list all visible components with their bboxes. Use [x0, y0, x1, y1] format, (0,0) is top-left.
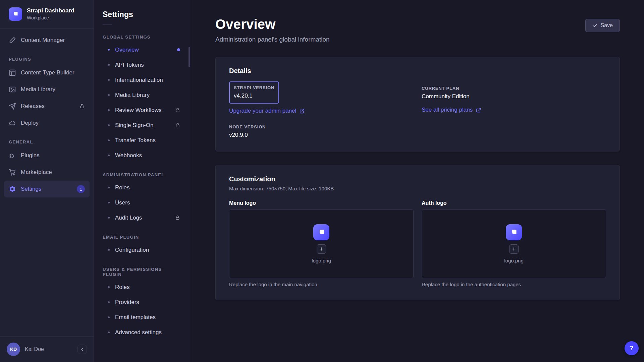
cart-icon	[9, 169, 16, 176]
external-link-icon	[299, 108, 305, 114]
nav-item-settings[interactable]: Settings 1	[4, 181, 90, 197]
upgrade-admin-panel-link[interactable]: Upgrade your admin panel	[229, 108, 305, 114]
nav-item-releases[interactable]: Releases	[4, 98, 90, 115]
user-name: Kai Doe	[25, 346, 44, 352]
bullet-icon	[108, 124, 110, 126]
avatar[interactable]: KD	[7, 343, 20, 356]
nav-item-deploy[interactable]: Deploy	[4, 115, 90, 131]
auth-logo-dropzone[interactable]: logo.png	[422, 209, 606, 278]
subnav-item-label: Configuration	[115, 247, 149, 253]
customization-card-title: Customization	[229, 175, 606, 183]
save-button-label: Save	[601, 22, 613, 28]
workspace-subtitle: Workplace	[27, 15, 74, 20]
cloud-icon	[9, 119, 16, 127]
nav-section-general: GENERAL	[9, 139, 85, 144]
subnav-item-label: Audit Logs	[115, 215, 142, 221]
pricing-plans-link[interactable]: See all pricing plans	[422, 107, 481, 113]
subnav-item-providers[interactable]: Providers	[103, 295, 182, 310]
paper-plane-icon	[9, 103, 16, 110]
workspace-brand[interactable]: Strapi Dashboard Workplace	[0, 0, 94, 28]
user-footer: KD Kai Doe	[0, 336, 94, 362]
menu-logo-dropzone[interactable]: logo.png	[229, 209, 414, 278]
nav-item-label: Plugins	[21, 152, 40, 159]
nav-item-media-library[interactable]: Media Library	[4, 81, 90, 98]
subnav-item-single-sign-on[interactable]: Single Sign-On	[103, 118, 182, 133]
bullet-icon	[108, 155, 110, 156]
subnav-item-webhooks[interactable]: Webhooks	[103, 148, 182, 163]
main-sidebar: Strapi Dashboard Workplace Content Manag…	[0, 0, 94, 362]
upgrade-link-label: Upgrade your admin panel	[229, 108, 296, 114]
nav-item-label: Marketplace	[21, 169, 52, 176]
nav-item-content-type-builder[interactable]: Content-Type Builder	[4, 64, 90, 81]
subnav-item-label: Advanced settings	[115, 329, 162, 336]
add-menu-logo-button[interactable]	[317, 244, 326, 254]
bullet-icon	[108, 139, 110, 141]
strapi-version-field[interactable]: STRAPI VERSION v4.20.1	[229, 81, 279, 104]
nav-item-plugins[interactable]: Plugins	[4, 147, 90, 164]
lock-icon	[79, 104, 85, 109]
subnav-item-api-tokens[interactable]: API Tokens	[103, 57, 182, 72]
bullet-icon	[108, 94, 110, 96]
bullet-icon	[108, 202, 110, 203]
subnav-item-advanced-settings[interactable]: Advanced settings	[103, 325, 182, 340]
node-version-label: NODE VERSION	[229, 124, 414, 129]
node-version-value: v20.9.0	[229, 132, 414, 138]
subnav-item-review-workflows[interactable]: Review Workflows	[103, 103, 182, 118]
menu-logo-caption: Replace the logo in the main navigation	[229, 282, 414, 287]
subnav-group-email-plugin: EMAIL PLUGIN	[103, 235, 182, 240]
subnav-item-email-templates[interactable]: Email templates	[103, 310, 182, 325]
notification-dot-icon	[177, 48, 180, 51]
nav-item-marketplace[interactable]: Marketplace	[4, 164, 90, 181]
divider	[103, 24, 112, 25]
subnav-item-roles-admin[interactable]: Roles	[103, 180, 182, 195]
subnav-group-administration-panel: ADMINISTRATION PANEL	[103, 172, 182, 177]
grid-icon	[9, 69, 16, 76]
nav-item-label: Media Library	[21, 86, 55, 93]
auth-logo-caption: Replace the logo in the authentication p…	[422, 282, 606, 287]
subnav-item-label: Overview	[115, 47, 139, 53]
subnav-scrollbar[interactable]	[189, 47, 190, 67]
nav-item-label: Content-Type Builder	[21, 69, 74, 76]
settings-notification-badge: 1	[77, 185, 85, 193]
customization-card: Customization Max dimension: 750×750, Ma…	[215, 165, 620, 300]
bullet-icon	[108, 331, 110, 333]
nav-item-label: Deploy	[21, 120, 39, 126]
subnav-title: Settings	[103, 10, 182, 19]
bullet-icon	[108, 64, 110, 66]
lock-icon	[175, 123, 180, 128]
subnav-item-transfer-tokens[interactable]: Transfer Tokens	[103, 133, 182, 148]
subnav-item-overview[interactable]: Overview	[103, 42, 182, 57]
settings-subnav: Settings GLOBAL SETTINGS Overview API To…	[94, 0, 191, 362]
help-button[interactable]: ?	[625, 341, 639, 355]
bullet-icon	[108, 79, 110, 81]
strapi-version-value: v4.20.1	[234, 93, 274, 99]
strapi-logo-icon	[506, 224, 522, 240]
save-button[interactable]: Save	[585, 19, 620, 32]
collapse-sidebar-button[interactable]	[77, 345, 87, 354]
subnav-group-global-settings: GLOBAL SETTINGS	[103, 35, 182, 40]
subnav-item-label: Users	[115, 199, 130, 206]
subnav-item-audit-logs[interactable]: Audit Logs	[103, 210, 182, 225]
subnav-item-roles-up[interactable]: Roles	[103, 280, 182, 295]
nav-item-content-manager[interactable]: Content Manager	[4, 32, 90, 49]
subnav-item-label: Webhooks	[115, 152, 142, 159]
subnav-item-media-library[interactable]: Media Library	[103, 87, 182, 103]
check-icon	[592, 23, 597, 28]
details-card-title: Details	[229, 67, 606, 75]
add-auth-logo-button[interactable]	[509, 244, 519, 254]
strapi-logo-icon	[9, 7, 22, 21]
plus-icon	[512, 247, 516, 251]
plus-icon	[319, 247, 324, 251]
auth-logo-label: Auth logo	[422, 200, 606, 206]
bullet-icon	[108, 316, 110, 318]
subnav-item-internationalization[interactable]: Internationalization	[103, 72, 182, 87]
details-card: Details STRAPI VERSION v4.20.1 Upgrade y…	[215, 57, 620, 152]
current-plan-label: CURRENT PLAN	[422, 86, 606, 91]
bullet-icon	[108, 249, 110, 251]
subnav-item-label: Single Sign-On	[115, 122, 153, 129]
external-link-icon	[476, 107, 481, 113]
subnav-item-users[interactable]: Users	[103, 195, 182, 210]
subnav-item-label: Roles	[115, 284, 129, 291]
subnav-item-configuration[interactable]: Configuration	[103, 242, 182, 257]
strapi-logo-icon	[313, 224, 329, 240]
